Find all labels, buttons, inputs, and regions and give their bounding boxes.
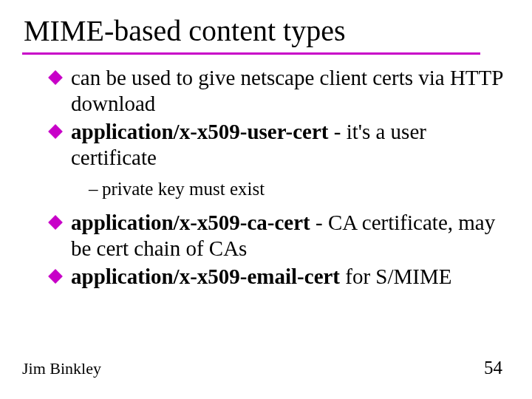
bullet-item: can be used to give netscape client cert…	[71, 65, 510, 117]
bullet-bold: application/x-x509-ca-cert	[71, 211, 310, 234]
slide-content: can be used to give netscape client cert…	[22, 65, 510, 290]
bullet-bold: application/x-x509-email-cert	[71, 265, 340, 288]
sub-bullet-item: private key must exist	[89, 177, 510, 202]
bullet-item: application/x-x509-email-cert for S/MIME	[71, 264, 510, 290]
diamond-icon	[48, 70, 63, 85]
slide-title: MIME-based content types	[24, 13, 510, 48]
bullet-item: application/x-x509-ca-cert - CA certific…	[71, 210, 510, 262]
diamond-icon	[48, 124, 63, 139]
sub-bullet-text: private key must exist	[102, 179, 265, 199]
bullet-item: application/x-x509-user-cert - it's a us…	[71, 119, 510, 171]
diamond-icon	[48, 215, 63, 230]
diamond-icon	[48, 269, 63, 284]
slide: MIME-based content types can be used to …	[0, 0, 532, 290]
footer-author: Jim Binkley	[22, 359, 101, 378]
bullet-text: can be used to give netscape client cert…	[71, 66, 502, 115]
bullet-bold: application/x-x509-user-cert	[71, 120, 328, 143]
bullet-text: for S/MIME	[340, 265, 451, 288]
title-underline	[22, 52, 480, 55]
footer-page-number: 54	[484, 358, 502, 378]
